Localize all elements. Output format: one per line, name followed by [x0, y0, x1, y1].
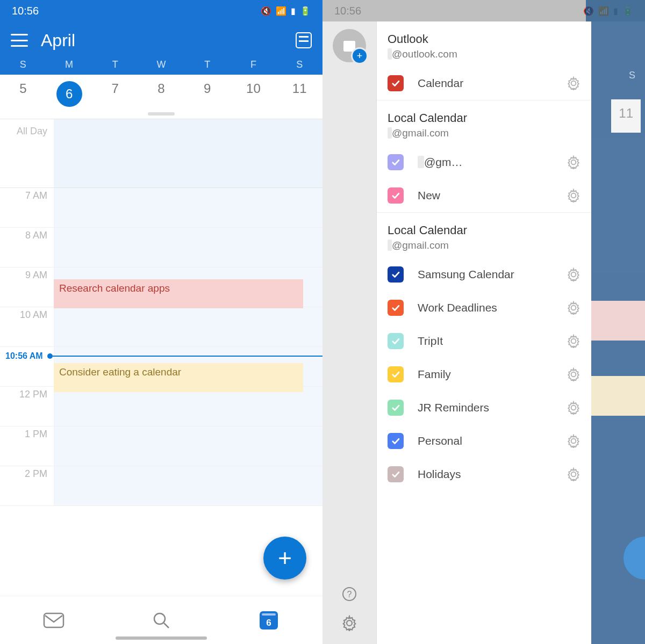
account-section: Local Calendar @gmail.com	[377, 212, 591, 258]
status-time: 10:56	[334, 5, 361, 17]
hour-body[interactable]	[54, 307, 322, 346]
date-cell[interactable]: 6	[46, 81, 92, 107]
timeline[interactable]: 7 AM8 AM9 AM10 AM12 PM1 PM2 PMResearch c…	[0, 187, 322, 510]
calendar-settings-button[interactable]	[567, 334, 580, 348]
calendar-item[interactable]: TripIt	[377, 324, 591, 358]
calendar-event[interactable]: Research calendar apps	[54, 279, 303, 308]
calendar-item[interactable]: Calendar	[377, 67, 591, 100]
calendar-item[interactable]: Personal	[377, 424, 591, 458]
calendar-settings-button[interactable]	[567, 301, 580, 315]
calendar-checkbox[interactable]	[388, 75, 404, 91]
new-event-button[interactable]: +	[263, 537, 306, 580]
drag-handle-icon[interactable]	[148, 112, 175, 115]
calendar-settings-button[interactable]	[567, 189, 580, 202]
tab-calendar[interactable]: 6	[215, 611, 322, 629]
calendar-checkbox[interactable]	[388, 366, 404, 382]
hour-body[interactable]	[54, 188, 322, 227]
date-cell[interactable]: 8	[138, 81, 184, 107]
calendar-item[interactable]: Family	[377, 358, 591, 391]
hour-label: 12 PM	[0, 387, 54, 426]
all-day-body[interactable]	[54, 119, 322, 187]
hour-body[interactable]	[54, 228, 322, 267]
calendar-checkbox[interactable]	[388, 466, 404, 482]
hour-row[interactable]: 8 AM	[0, 228, 322, 267]
gesture-handle-icon	[116, 636, 207, 640]
account-section: Outlook @outlook.com	[377, 21, 591, 67]
svg-point-1	[154, 613, 165, 624]
help-button[interactable]: ?	[341, 586, 357, 602]
hour-body[interactable]	[54, 426, 322, 466]
tab-search[interactable]	[108, 611, 215, 629]
status-icons: 🔇 📶 ▮ 🔋	[261, 6, 311, 16]
calendar-checkbox[interactable]	[388, 154, 404, 170]
calendar-item[interactable]: JR Reminders	[377, 391, 591, 424]
peek-fab	[624, 537, 645, 580]
calendar-checkbox[interactable]	[388, 333, 404, 349]
all-day-label: All Day	[0, 119, 54, 187]
date-cell[interactable]: 7	[92, 81, 138, 107]
drawer-rail: ?	[322, 21, 376, 644]
calendar-settings-button[interactable]	[567, 367, 580, 381]
tab-mail[interactable]	[0, 612, 108, 628]
calendar-event[interactable]: Consider eating a calendar	[54, 363, 303, 392]
calendar-checkbox[interactable]	[388, 400, 404, 416]
account-avatar[interactable]	[333, 29, 366, 62]
settings-button[interactable]	[341, 615, 357, 631]
hour-row[interactable]: 7 AM	[0, 188, 322, 228]
calendar-name: @gm…	[418, 156, 553, 169]
calendar-item[interactable]: Samsung Calendar	[377, 258, 591, 291]
all-day-row: All Day	[0, 119, 322, 187]
calendar-settings-button[interactable]	[567, 155, 580, 169]
hour-row[interactable]: 10 AM	[0, 307, 322, 347]
menu-button[interactable]	[11, 34, 28, 47]
account-email: @outlook.com	[388, 48, 580, 60]
calendar-checkbox[interactable]	[388, 300, 404, 316]
peek-event-1	[586, 301, 645, 341]
calendar-settings-button[interactable]	[567, 401, 580, 415]
date-cell[interactable]: 11	[276, 81, 322, 107]
hour-row[interactable]: 12 PM	[0, 387, 322, 426]
calendar-settings-button[interactable]	[567, 434, 580, 448]
peek-event-2	[586, 376, 645, 416]
date-cell[interactable]: 9	[184, 81, 231, 107]
background-peek: S 11	[586, 0, 645, 644]
calendar-name: Holidays	[418, 468, 553, 481]
hour-row[interactable]: 1 PM	[0, 426, 322, 466]
calendar-checkbox[interactable]	[388, 433, 404, 449]
calendar-name: New	[418, 189, 553, 202]
day-of-week-label: M	[46, 59, 92, 75]
calendar-drawer-panel[interactable]: Outlook @outlook.comCalendarLocal Calend…	[376, 21, 591, 644]
agenda-view-button[interactable]	[296, 32, 312, 48]
status-bar: 10:56 🔇 📶 ▮ 🔋	[0, 0, 322, 21]
account-title: Local Calendar	[388, 111, 580, 125]
calendar-checkbox[interactable]	[388, 187, 404, 204]
calendar-item[interactable]: @gm…	[377, 146, 591, 179]
date-cell[interactable]: 10	[231, 81, 277, 107]
account-section: Local Calendar @gmail.com	[377, 100, 591, 146]
peek-date-label: 11	[611, 99, 641, 133]
month-picker[interactable]: April	[41, 31, 283, 50]
hour-label: 9 AM	[0, 267, 54, 307]
hour-label: 2 PM	[0, 466, 54, 505]
calendar-name: Calendar	[418, 77, 553, 90]
account-title: Local Calendar	[388, 223, 580, 237]
hour-body[interactable]	[54, 387, 322, 426]
mute-icon: 🔇	[261, 6, 271, 16]
calendar-item[interactable]: Work Deadlines	[377, 291, 591, 324]
calendar-settings-button[interactable]	[567, 467, 580, 481]
calendar-name: JR Reminders	[418, 401, 553, 414]
calendar-name: Work Deadlines	[418, 301, 553, 314]
hour-row[interactable]: 2 PM	[0, 466, 322, 506]
calendar-settings-button[interactable]	[567, 267, 580, 281]
hour-body[interactable]	[54, 466, 322, 505]
calendar-settings-button[interactable]	[567, 76, 580, 90]
svg-rect-0	[44, 613, 63, 627]
peek-day-label: S	[629, 70, 635, 81]
day-of-week-label: S	[0, 59, 46, 75]
calendar-checkbox[interactable]	[388, 266, 404, 283]
calendar-tab-date: 6	[266, 618, 271, 628]
mail-icon	[43, 612, 64, 628]
date-cell[interactable]: 5	[0, 81, 46, 107]
calendar-item[interactable]: New	[377, 179, 591, 212]
calendar-item[interactable]: Holidays	[377, 458, 591, 491]
